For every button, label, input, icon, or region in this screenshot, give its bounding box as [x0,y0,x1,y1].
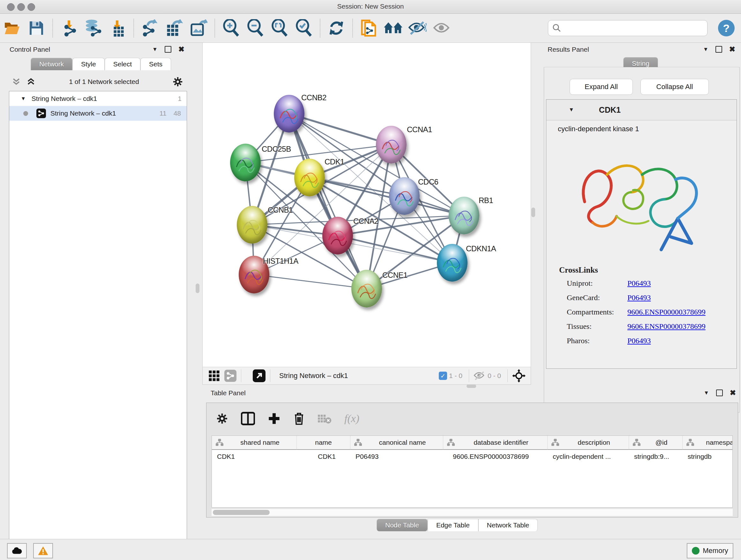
splitter-grip[interactable] [531,207,535,217]
import-network-icon[interactable] [59,18,79,38]
first-neighbors-icon[interactable] [383,18,403,38]
function-builder-icon: f(x) [344,413,359,425]
table-options-gear-icon[interactable] [216,413,228,425]
collection-expander-icon[interactable]: ▼ [21,96,26,102]
zoom-out-icon[interactable] [246,18,265,38]
expand-all-networks-icon[interactable] [11,77,21,86]
crosslink-link[interactable]: 9606.ENSP00000378699 [627,308,705,316]
network-view-toolbar: String Network – cdk1 ✓ 1 - 0 0 - 0 [203,367,531,384]
refresh-icon[interactable] [327,18,346,38]
tab-edge-table[interactable]: Edge Table [428,519,478,531]
table-cell[interactable]: stringdb:9... [629,450,683,463]
table-cell[interactable]: cyclin-dependent ... [548,450,629,463]
collapse-protein-icon[interactable]: ▼ [569,107,574,113]
horizontal-scrollbar[interactable] [212,509,733,516]
protein-card-header[interactable]: ▼ CDK1 [546,100,737,120]
network-node-cdc6[interactable] [389,177,420,215]
network-edge[interactable] [254,274,367,289]
crosslink-link[interactable]: P06493 [627,279,651,288]
close-panel-icon[interactable]: ✖ [179,45,185,54]
hide-selected-icon[interactable] [408,18,427,38]
selected-checkbox-icon[interactable]: ✓ [439,372,447,380]
collapse-all-networks-icon[interactable] [26,77,36,86]
tab-network[interactable]: Network [30,58,72,70]
zoom-selected-icon[interactable] [294,18,314,38]
network-collection-row[interactable]: ▼ String Network – cdk1 1 [9,91,187,106]
birds-eye-view-icon[interactable] [512,369,526,382]
search-box[interactable] [548,20,708,36]
network-view-title: String Network – cdk1 [279,372,348,380]
table-cell[interactable]: P06493 [350,450,443,463]
network-node-ccna2[interactable] [322,217,353,254]
close-panel-icon[interactable]: ✖ [729,45,735,54]
protein-structure [351,272,382,307]
table-cell[interactable]: 9606.ENSP00000378699 [443,450,548,463]
network-node-cdc25b[interactable] [230,144,261,181]
memory-button[interactable]: Memory [687,543,733,558]
scrollbar-thumb[interactable] [213,510,270,515]
network-view[interactable]: CCNB2CCNA1CDC25BCDK1CDC6RB1CCNB1CCNA2CDK… [202,43,531,385]
node-count: 11 [159,110,166,117]
export-table-icon[interactable] [164,18,184,38]
node-label-rb1: RB1 [479,196,493,205]
column-header: description [548,436,629,450]
import-network-from-database-icon[interactable] [83,18,103,38]
splitter-grip[interactable] [196,284,199,293]
tab-sets[interactable]: Sets [140,58,171,70]
crosslink-label: Pharos: [567,336,627,345]
network-node-ccnb1[interactable] [237,206,267,244]
panel-menu-icon[interactable]: ▼ [152,46,158,53]
network-edge[interactable] [289,114,367,289]
tab-select[interactable]: Select [105,58,140,70]
toolbar-separator [508,369,508,382]
grid-view-icon[interactable] [208,370,220,381]
network-node-ccne1[interactable] [351,270,382,307]
edge-count: 48 [174,110,181,117]
clone-network-icon[interactable] [359,18,379,38]
network-row[interactable]: String Network – cdk1 11 48 [9,106,187,121]
panel-menu-icon[interactable]: ▼ [703,46,709,53]
network-options-gear-icon[interactable] [172,76,183,87]
export-image-icon[interactable] [189,18,208,38]
network-edge[interactable] [338,236,452,263]
expand-all-button[interactable]: Expand All [569,79,633,95]
open-session-icon[interactable] [2,18,22,38]
help-button[interactable]: ? [718,20,735,37]
network-node-ccna1[interactable] [376,126,407,164]
share-view-icon[interactable] [224,370,237,382]
float-panel-icon[interactable] [716,389,723,396]
export-network-icon[interactable] [140,18,160,38]
show-columns-icon[interactable] [241,412,255,425]
tab-style[interactable]: Style [72,58,105,70]
network-node-cdk1[interactable] [294,159,325,196]
detach-view-icon[interactable] [253,369,266,382]
collapse-all-button[interactable]: Collapse All [641,79,709,95]
add-column-icon[interactable] [268,412,280,425]
tab-node-table[interactable]: Node Table [377,519,428,531]
tab-network-table[interactable]: Network Table [478,519,538,531]
zoom-in-icon[interactable] [221,18,241,38]
cloud-status-button[interactable] [7,543,27,558]
import-table-icon[interactable] [108,18,127,38]
table-cell[interactable]: CDK1 [212,450,297,463]
search-input[interactable] [564,24,707,32]
panel-menu-icon[interactable]: ▼ [704,390,709,396]
zoom-fit-icon[interactable] [270,18,289,38]
network-node-cdkn1a[interactable] [437,244,468,282]
crosslink-link[interactable]: P06493 [627,294,651,302]
close-panel-icon[interactable]: ✖ [730,388,736,397]
float-panel-icon[interactable] [716,46,722,53]
network-node-ccnb2[interactable] [274,95,305,132]
network-node-rb1[interactable] [449,197,479,234]
delete-column-icon[interactable] [293,412,305,425]
float-panel-icon[interactable] [165,46,172,53]
show-all-icon[interactable] [432,18,452,38]
save-session-icon[interactable] [26,18,46,38]
table-cell[interactable]: stringdb [683,450,733,463]
network-canvas[interactable]: CCNB2CCNA1CDC25BCDK1CDC6RB1CCNB1CCNA2CDK… [203,43,531,367]
crosslink-link[interactable]: 9606.ENSP00000378699 [627,322,705,331]
table-cell[interactable]: CDK1 [297,450,350,463]
warning-button[interactable] [33,543,53,558]
crosslink-link[interactable]: P06493 [627,336,651,345]
node-table[interactable]: shared name name canonical name database… [212,435,733,508]
